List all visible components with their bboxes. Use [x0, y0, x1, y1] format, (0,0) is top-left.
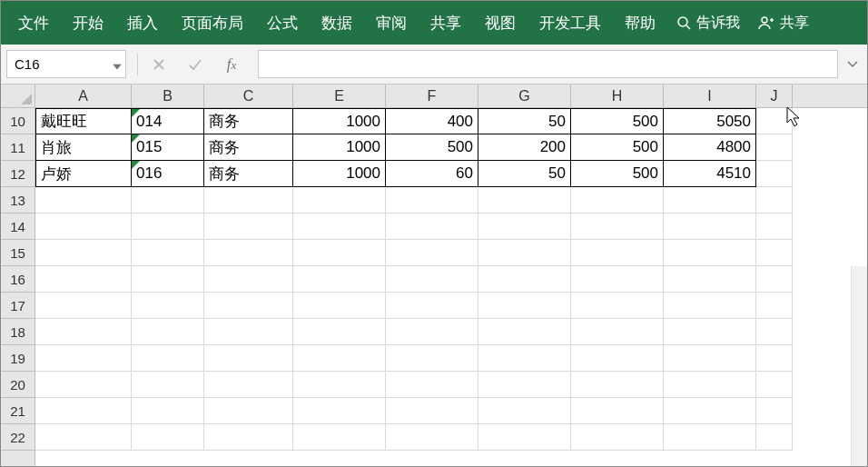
cell[interactable]	[204, 372, 293, 398]
cell[interactable]	[478, 293, 571, 319]
cell[interactable]	[204, 293, 293, 319]
name-box-input[interactable]	[15, 56, 118, 72]
cell[interactable]	[132, 214, 204, 240]
cell[interactable]	[571, 214, 664, 240]
row-header[interactable]: 19	[1, 345, 35, 372]
cell[interactable]: 4800	[664, 134, 756, 161]
cell[interactable]: 50	[478, 108, 571, 134]
cell[interactable]	[35, 214, 132, 240]
cell[interactable]	[478, 266, 571, 293]
column-header[interactable]: B	[132, 84, 204, 107]
cell[interactable]	[386, 398, 478, 424]
cell[interactable]	[386, 319, 478, 345]
cell[interactable]	[35, 319, 132, 345]
cell[interactable]	[386, 372, 478, 398]
cell[interactable]	[756, 240, 793, 266]
ribbon-tab-file[interactable]: 文件	[6, 7, 61, 39]
cell[interactable]	[132, 424, 204, 451]
cell[interactable]: 商务	[204, 161, 293, 187]
row-header[interactable]: 14	[1, 214, 35, 240]
cell[interactable]	[664, 372, 756, 398]
cell[interactable]	[756, 187, 793, 214]
cell[interactable]	[293, 424, 386, 451]
cell[interactable]: 商务	[204, 134, 293, 161]
cell[interactable]	[478, 319, 571, 345]
cell[interactable]	[386, 266, 478, 293]
cell[interactable]	[664, 266, 756, 293]
row-header[interactable]: 20	[1, 372, 35, 398]
cancel-button[interactable]	[142, 51, 176, 78]
cell[interactable]: 500	[571, 161, 664, 187]
cell[interactable]	[132, 372, 204, 398]
column-header[interactable]: J	[756, 84, 793, 107]
column-header[interactable]: A	[35, 84, 132, 107]
cell[interactable]	[756, 293, 793, 319]
cell[interactable]	[132, 319, 204, 345]
row-header[interactable]: 16	[1, 266, 35, 293]
cell[interactable]: 500	[571, 134, 664, 161]
cell[interactable]	[132, 293, 204, 319]
cell[interactable]	[35, 398, 132, 424]
cell[interactable]	[386, 187, 478, 214]
cell[interactable]: 500	[386, 134, 478, 161]
cell[interactable]	[204, 398, 293, 424]
cell[interactable]	[35, 424, 132, 451]
cell[interactable]: 50	[478, 161, 571, 187]
cell[interactable]	[35, 293, 132, 319]
column-header[interactable]: H	[571, 84, 664, 107]
ribbon-tab-insert[interactable]: 插入	[115, 7, 170, 39]
formula-bar-expand[interactable]	[843, 50, 862, 78]
cell[interactable]: 014	[132, 108, 204, 134]
formula-input-wrap[interactable]	[258, 50, 838, 78]
cell[interactable]	[204, 319, 293, 345]
cell[interactable]	[571, 372, 664, 398]
row-header[interactable]: 17	[1, 293, 35, 319]
column-header[interactable]: E	[293, 84, 386, 107]
cell[interactable]	[293, 214, 386, 240]
cell[interactable]	[571, 266, 664, 293]
row-header[interactable]: 12	[1, 161, 35, 187]
cell[interactable]: 1000	[293, 134, 386, 161]
cell[interactable]	[756, 319, 793, 345]
cell[interactable]	[664, 187, 756, 214]
cell[interactable]	[293, 187, 386, 214]
cell[interactable]	[293, 266, 386, 293]
cell[interactable]	[293, 319, 386, 345]
cell[interactable]	[293, 398, 386, 424]
column-header[interactable]: F	[386, 84, 478, 107]
name-box[interactable]	[6, 50, 126, 78]
cell[interactable]: 400	[386, 108, 478, 134]
cell[interactable]	[132, 240, 204, 266]
cell[interactable]: 戴旺旺	[35, 108, 132, 134]
formula-input[interactable]	[266, 51, 830, 77]
cell[interactable]	[664, 424, 756, 451]
cell[interactable]	[478, 214, 571, 240]
cell[interactable]	[204, 214, 293, 240]
cell[interactable]	[132, 345, 204, 372]
cell[interactable]	[756, 398, 793, 424]
row-header[interactable]: 15	[1, 240, 35, 266]
cell[interactable]	[478, 398, 571, 424]
cell[interactable]	[204, 424, 293, 451]
cell[interactable]	[664, 319, 756, 345]
cell[interactable]	[478, 424, 571, 451]
cell[interactable]	[132, 398, 204, 424]
enter-button[interactable]	[178, 51, 212, 78]
share-button[interactable]: 共享	[749, 8, 818, 38]
cell[interactable]	[756, 266, 793, 293]
tellme-button[interactable]: 告诉我	[667, 8, 749, 38]
cell[interactable]	[664, 345, 756, 372]
cell[interactable]	[756, 161, 793, 187]
cell[interactable]	[35, 345, 132, 372]
cell[interactable]	[293, 345, 386, 372]
cell[interactable]	[571, 293, 664, 319]
vertical-scrollbar[interactable]	[851, 266, 867, 466]
cell[interactable]	[756, 214, 793, 240]
cell[interactable]: 60	[386, 161, 478, 187]
cell[interactable]	[204, 187, 293, 214]
ribbon-tab-developer[interactable]: 开发工具	[528, 7, 613, 39]
cell[interactable]	[571, 398, 664, 424]
cell[interactable]	[756, 345, 793, 372]
column-header[interactable]: C	[204, 84, 293, 107]
cell[interactable]	[386, 424, 478, 451]
